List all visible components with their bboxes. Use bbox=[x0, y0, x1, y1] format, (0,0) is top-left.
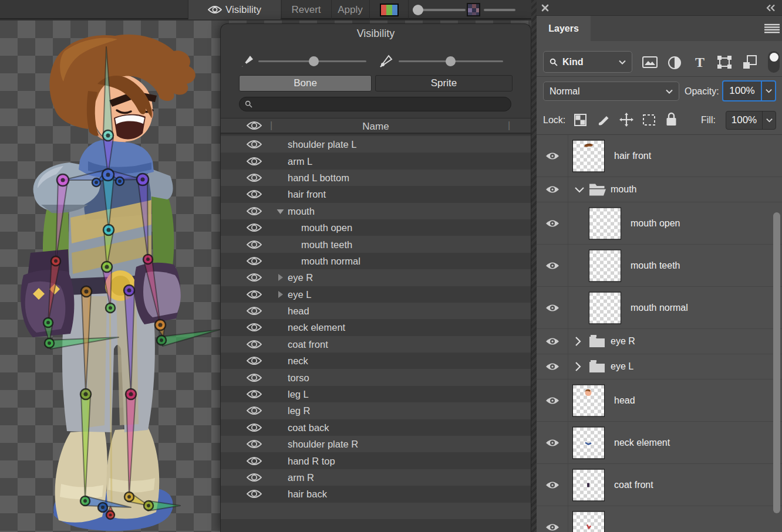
visibility-row[interactable]: neck element bbox=[221, 319, 531, 336]
opacity-dropdown-button[interactable] bbox=[762, 82, 775, 100]
visibility-row[interactable]: coat front bbox=[221, 336, 531, 353]
eye-visibility-icon[interactable] bbox=[545, 303, 559, 312]
lock-all-icon[interactable] bbox=[666, 112, 677, 127]
eye-visibility-icon[interactable] bbox=[247, 223, 262, 232]
opacity-field[interactable]: 100% bbox=[722, 80, 776, 101]
eye-visibility-icon[interactable] bbox=[247, 157, 262, 166]
visibility-toggle-button[interactable]: Visibility bbox=[188, 0, 281, 19]
sprite-size-slider-knob[interactable] bbox=[446, 56, 456, 66]
eye-visibility-icon[interactable] bbox=[247, 256, 262, 266]
layer-row[interactable]: hair front bbox=[537, 135, 782, 177]
visibility-row[interactable]: mouth bbox=[221, 203, 531, 219]
eye-visibility-icon[interactable] bbox=[545, 480, 559, 489]
collapse-panel-icon[interactable] bbox=[766, 4, 776, 12]
layer-row[interactable]: head bbox=[537, 379, 782, 422]
layers-scrollbar-thumb[interactable] bbox=[773, 212, 780, 513]
layer-group-row[interactable]: mouth bbox=[537, 177, 782, 202]
visibility-row[interactable]: hand R top bbox=[221, 452, 531, 469]
visibility-row[interactable]: shoulder plate L bbox=[221, 136, 531, 153]
visibility-row[interactable]: arm R bbox=[221, 469, 531, 486]
eye-visibility-icon[interactable] bbox=[247, 340, 262, 349]
apply-button[interactable]: Apply bbox=[331, 0, 369, 19]
eye-visibility-icon[interactable] bbox=[545, 362, 559, 371]
layer-thumbnail[interactable] bbox=[589, 249, 621, 282]
layer-thumbnail[interactable] bbox=[572, 426, 605, 459]
eye-visibility-icon[interactable] bbox=[545, 396, 559, 405]
filter-toggle-switch[interactable] bbox=[768, 51, 780, 73]
sprite-tab[interactable]: Sprite bbox=[375, 75, 513, 92]
revert-button[interactable]: Revert bbox=[281, 0, 331, 19]
layer-row[interactable]: coat front bbox=[537, 464, 782, 506]
visibility-row[interactable]: hair front bbox=[221, 186, 531, 202]
eye-visibility-icon[interactable] bbox=[247, 389, 262, 399]
eye-visibility-icon[interactable] bbox=[545, 438, 559, 447]
filter-shape-icon[interactable] bbox=[717, 56, 732, 69]
eye-visibility-icon[interactable] bbox=[545, 337, 559, 346]
visibility-row[interactable]: arm L bbox=[221, 153, 531, 169]
filter-image-icon[interactable] bbox=[642, 56, 658, 69]
visibility-row[interactable]: hand L bottom bbox=[221, 170, 531, 186]
lock-artboard-icon[interactable] bbox=[642, 114, 656, 126]
layer-row[interactable]: neck element bbox=[537, 422, 782, 464]
visibility-row[interactable]: torso bbox=[221, 369, 531, 385]
bone-opacity-slider-knob[interactable] bbox=[413, 5, 423, 15]
lock-position-icon[interactable] bbox=[619, 113, 633, 127]
blend-mode-dropdown[interactable]: Normal bbox=[543, 82, 679, 101]
visibility-row[interactable]: coat back bbox=[221, 419, 531, 436]
eye-visibility-icon[interactable] bbox=[247, 140, 262, 149]
layer-thumbnail[interactable] bbox=[572, 140, 605, 172]
panel-menu-icon[interactable] bbox=[764, 23, 780, 33]
column-separator[interactable]: | bbox=[508, 120, 510, 131]
group-collapsed-icon[interactable] bbox=[574, 336, 581, 347]
eye-visibility-icon[interactable] bbox=[247, 306, 262, 316]
eye-visibility-icon[interactable] bbox=[247, 173, 262, 182]
eye-visibility-icon[interactable] bbox=[545, 523, 559, 531]
eye-visibility-icon[interactable] bbox=[247, 373, 262, 382]
visibility-row[interactable]: mouth normal bbox=[221, 253, 531, 269]
foldout-closed-icon[interactable] bbox=[277, 274, 284, 282]
eye-visibility-icon[interactable] bbox=[247, 439, 262, 449]
eye-visibility-icon[interactable] bbox=[247, 473, 262, 482]
sprite-opacity-slider-track[interactable] bbox=[484, 9, 515, 11]
filter-type-icon[interactable]: T bbox=[692, 55, 707, 69]
search-input[interactable] bbox=[239, 97, 511, 111]
layer-row[interactable] bbox=[537, 506, 782, 532]
group-collapsed-icon[interactable] bbox=[574, 361, 581, 372]
eye-visibility-icon[interactable] bbox=[545, 151, 559, 160]
bone-color-button[interactable] bbox=[369, 0, 408, 19]
visibility-row[interactable]: hair back bbox=[221, 486, 531, 502]
eye-visibility-icon[interactable] bbox=[545, 261, 559, 270]
eye-visibility-icon[interactable] bbox=[247, 290, 262, 299]
layer-thumbnail[interactable] bbox=[589, 292, 621, 324]
visibility-row[interactable]: head bbox=[221, 303, 531, 319]
visibility-row[interactable]: leg R bbox=[221, 402, 531, 419]
bone-size-slider-knob[interactable] bbox=[309, 56, 319, 66]
bone-tab[interactable]: Bone bbox=[239, 75, 372, 92]
eye-visibility-icon[interactable] bbox=[247, 273, 262, 282]
fill-field[interactable]: 100% bbox=[726, 111, 776, 130]
fill-value[interactable]: 100% bbox=[726, 111, 762, 129]
eye-visibility-icon[interactable] bbox=[247, 189, 262, 199]
tab-layers[interactable]: Layers bbox=[537, 16, 591, 41]
fill-dropdown-button[interactable] bbox=[763, 111, 776, 129]
layer-group-row[interactable]: eye R bbox=[537, 329, 782, 354]
visibility-row[interactable]: mouth open bbox=[221, 219, 531, 236]
eye-visibility-icon[interactable] bbox=[247, 206, 262, 216]
group-expanded-icon[interactable] bbox=[574, 186, 585, 193]
visibility-row[interactable]: shoulder plate R bbox=[221, 436, 531, 452]
eye-visibility-icon[interactable] bbox=[247, 323, 262, 332]
foldout-open-icon[interactable] bbox=[277, 208, 284, 215]
eye-visibility-icon[interactable] bbox=[247, 240, 262, 249]
eye-visibility-icon[interactable] bbox=[247, 406, 262, 415]
close-icon[interactable] bbox=[541, 4, 549, 12]
layer-group-row[interactable]: eye L bbox=[537, 354, 782, 379]
visibility-row[interactable]: mouth teeth bbox=[221, 236, 531, 252]
eye-visibility-icon[interactable] bbox=[545, 185, 559, 194]
visibility-row[interactable]: eye R bbox=[221, 269, 531, 286]
layer-thumbnail[interactable] bbox=[572, 511, 605, 532]
layer-thumbnail[interactable] bbox=[572, 469, 605, 501]
eye-visibility-icon[interactable] bbox=[247, 356, 262, 365]
visibility-row[interactable]: leg L bbox=[221, 386, 531, 402]
lock-image-pixels-icon[interactable] bbox=[598, 113, 611, 126]
layer-thumbnail[interactable] bbox=[589, 207, 621, 239]
